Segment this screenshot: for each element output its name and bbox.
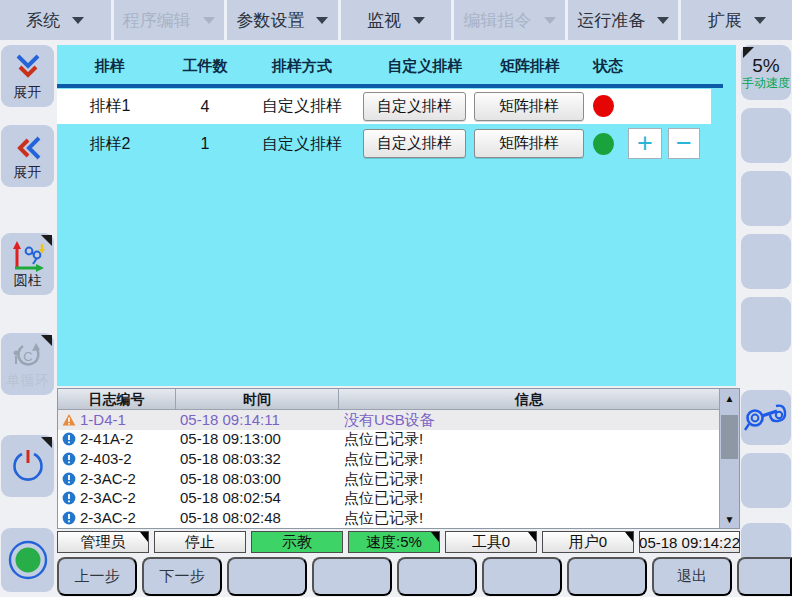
menu-parameter-settings-label: 参数设置 bbox=[236, 9, 304, 32]
next-step-button[interactable]: 下一步 bbox=[142, 557, 222, 596]
manual-speed-value: 5% bbox=[752, 56, 779, 76]
log-time: 05-18 08:03:00 bbox=[180, 469, 281, 489]
col-header-piece-count: 工件数 bbox=[183, 45, 228, 84]
manual-speed-button[interactable]: 5% 手动速度 bbox=[741, 45, 791, 100]
menu-system[interactable]: 系统 bbox=[0, 0, 114, 40]
chevron-down-icon bbox=[657, 17, 669, 24]
double-chevron-left-icon bbox=[11, 132, 45, 164]
custom-nest-button[interactable]: 自定义排样 bbox=[363, 129, 466, 158]
single-cycle-label: 单循环 bbox=[7, 372, 49, 388]
right-panel-button-5[interactable] bbox=[741, 297, 791, 352]
status-speed[interactable]: 速度:5% bbox=[348, 531, 440, 553]
robot-arm-button[interactable] bbox=[741, 390, 791, 445]
chevron-down-icon bbox=[413, 17, 425, 24]
right-panel-button-4[interactable] bbox=[741, 234, 791, 289]
log-time: 05-18 09:14:11 bbox=[180, 410, 280, 430]
nest-mode: 自定义排样 bbox=[262, 89, 342, 124]
right-panel-button-2[interactable] bbox=[741, 108, 791, 163]
status-bar: 管理员 停止 示教 速度:5% 工具0 用户0 05-18 09:14:22 bbox=[0, 531, 792, 553]
cylinder-coordinate-button[interactable]: 圆柱 bbox=[1, 233, 54, 295]
warning-icon bbox=[62, 413, 76, 427]
menu-expand[interactable]: 扩展 bbox=[681, 0, 792, 40]
status-dot-red bbox=[593, 95, 614, 117]
menu-parameter-settings[interactable]: 参数设置 bbox=[227, 0, 341, 40]
log-col-message: 信息 bbox=[339, 389, 719, 410]
log-time: 05-18 08:02:42 bbox=[180, 527, 281, 529]
log-row[interactable]: 2-3AC-2 05-18 08:02:48 点位已记录! bbox=[58, 508, 719, 528]
nest-count: 1 bbox=[201, 126, 210, 162]
log-id: 2-3AC-2 bbox=[80, 527, 136, 529]
status-datetime: 05-18 09:14:22 bbox=[639, 531, 740, 553]
status-tool[interactable]: 工具0 bbox=[445, 531, 537, 553]
corner-flag-icon bbox=[431, 532, 439, 542]
scrollbar-thumb[interactable] bbox=[721, 415, 738, 459]
run-state-label: 停止 bbox=[185, 533, 215, 552]
status-dot-green bbox=[593, 133, 614, 155]
log-row[interactable]: 2-3AC-2 05-18 08:02:42 点位已记录! bbox=[58, 527, 719, 529]
expand-left-button[interactable]: 展开 bbox=[1, 125, 54, 187]
corner-flag-icon bbox=[528, 532, 536, 542]
right-panel-button-7[interactable] bbox=[741, 453, 791, 508]
log-scrollbar[interactable]: ▲ ▼ bbox=[719, 389, 739, 528]
col-header-status: 状态 bbox=[593, 45, 623, 84]
log-id: 2-3AC-2 bbox=[80, 469, 136, 489]
scroll-up-icon[interactable]: ▲ bbox=[720, 389, 739, 407]
menu-run-prepare[interactable]: 运行准备 bbox=[568, 0, 682, 40]
status-user-role[interactable]: 管理员 bbox=[57, 531, 149, 553]
log-message: 点位已记录! bbox=[344, 469, 423, 489]
corner-flag-icon bbox=[41, 335, 52, 346]
table-row[interactable]: 排样1 4 自定义排样 自定义排样 矩阵排样 bbox=[57, 89, 711, 124]
nest-name: 排样2 bbox=[90, 126, 131, 162]
menu-monitor[interactable]: 监视 bbox=[341, 0, 455, 40]
log-message: 点位已记录! bbox=[344, 508, 423, 528]
speed-label: 速度:5% bbox=[366, 533, 422, 552]
log-row[interactable]: 2-3AC-2 05-18 08:02:54 点位已记录! bbox=[58, 488, 719, 508]
nesting-table-panel: 排样 工件数 排样方式 自定义排样 矩阵排样 状态 排样1 4 自定义排样 自定… bbox=[57, 45, 736, 386]
chevron-down-icon bbox=[754, 17, 766, 24]
log-time: 05-18 09:13:00 bbox=[180, 429, 281, 449]
status-user-frame[interactable]: 用户0 bbox=[542, 531, 634, 553]
info-icon bbox=[62, 472, 76, 486]
log-row[interactable]: 2-3AC-2 05-18 08:03:00 点位已记录! bbox=[58, 469, 719, 489]
status-teach-mode: 示教 bbox=[251, 531, 343, 553]
log-message: 点位已记录! bbox=[344, 429, 423, 449]
corner-flag-icon bbox=[41, 437, 52, 448]
user-role-label: 管理员 bbox=[81, 533, 126, 552]
remove-row-button[interactable]: − bbox=[668, 128, 700, 159]
bottom-button-4[interactable] bbox=[312, 557, 392, 596]
col-header-nest: 排样 bbox=[95, 45, 125, 84]
power-button[interactable] bbox=[1, 435, 54, 497]
previous-step-button[interactable]: 上一步 bbox=[57, 557, 137, 596]
add-row-button[interactable]: + bbox=[628, 128, 662, 159]
bottom-button-7[interactable] bbox=[567, 557, 647, 596]
table-row[interactable]: 排样2 1 自定义排样 自定义排样 矩阵排样 + − bbox=[57, 126, 736, 162]
menu-run-prepare-label: 运行准备 bbox=[577, 9, 645, 32]
svg-text:C: C bbox=[23, 349, 32, 364]
log-row[interactable]: 2-403-2 05-18 08:03:32 点位已记录! bbox=[58, 449, 719, 469]
matrix-nest-button[interactable]: 矩阵排样 bbox=[474, 129, 584, 158]
log-id: 2-403-2 bbox=[80, 449, 132, 469]
scroll-down-icon[interactable]: ▼ bbox=[720, 510, 739, 528]
custom-nest-button[interactable]: 自定义排样 bbox=[363, 92, 466, 121]
single-cycle-button: C 单循环 bbox=[1, 333, 54, 395]
bottom-button-6[interactable] bbox=[482, 557, 562, 596]
log-row-selected[interactable]: 1-D4-1 05-18 09:14:11 没有USB设备 bbox=[58, 410, 719, 430]
exit-button[interactable]: 退出 bbox=[652, 557, 732, 596]
log-col-id: 日志编号 bbox=[58, 389, 176, 410]
matrix-nest-button[interactable]: 矩阵排样 bbox=[474, 92, 584, 121]
expand-down-button[interactable]: 展开 bbox=[1, 45, 54, 107]
teach-mode-label: 示教 bbox=[282, 533, 312, 552]
log-id: 2-41A-2 bbox=[80, 429, 133, 449]
chevron-down-icon bbox=[544, 17, 556, 24]
log-row[interactable]: 2-41A-2 05-18 09:13:00 点位已记录! bbox=[58, 429, 719, 449]
log-panel: 日志编号 时间 信息 1-D4-1 05-18 09:14:11 没有USB设备… bbox=[57, 388, 740, 529]
corner-flag-icon bbox=[41, 235, 52, 246]
right-panel-button-3[interactable] bbox=[741, 171, 791, 226]
robot-arm-icon bbox=[743, 398, 789, 438]
info-icon bbox=[62, 432, 76, 446]
bottom-button-3[interactable] bbox=[227, 557, 307, 596]
user-frame-label: 用户0 bbox=[569, 533, 607, 552]
menu-expand-label: 扩展 bbox=[708, 9, 742, 32]
bottom-button-9[interactable] bbox=[737, 557, 792, 596]
bottom-button-5[interactable] bbox=[397, 557, 477, 596]
